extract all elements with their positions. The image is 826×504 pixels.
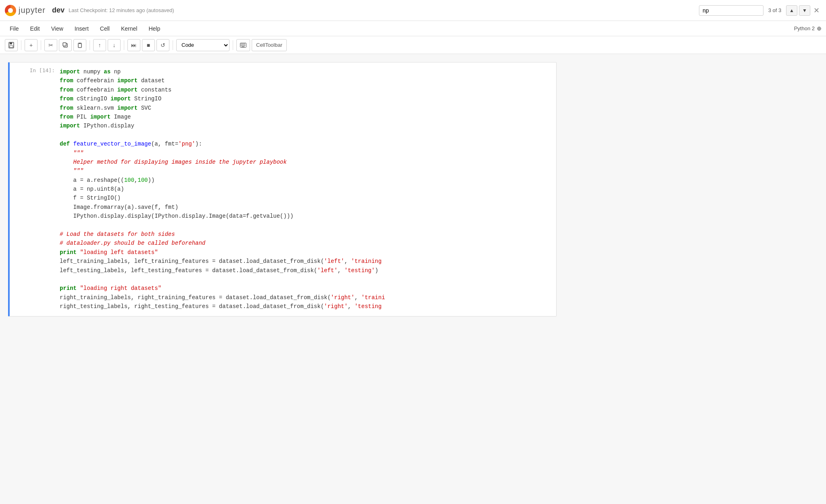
topbar: jupyter dev Last Checkpoint: 12 minutes … (0, 0, 826, 21)
svg-rect-10 (243, 44, 244, 44)
svg-rect-8 (241, 44, 242, 44)
jupyter-logo-inner (8, 8, 13, 13)
run-next-button[interactable]: ⏭ (127, 39, 140, 51)
kernel-label: Python 2 (794, 25, 815, 31)
svg-rect-14 (243, 45, 244, 46)
menu-insert[interactable]: Insert (70, 24, 94, 33)
svg-rect-2 (10, 46, 13, 48)
toolbar-sep-4 (124, 40, 124, 50)
copy-button[interactable] (59, 39, 72, 51)
menu-view[interactable]: View (46, 24, 68, 33)
cell-prompt: In [14]: (10, 62, 58, 316)
svg-rect-12 (241, 45, 242, 46)
move-down-button[interactable]: ↓ (108, 39, 121, 51)
jupyter-logo-icon (5, 5, 16, 16)
menu-edit[interactable]: Edit (25, 24, 45, 33)
toolbar-sep-1 (21, 40, 21, 50)
toolbar-sep-3 (90, 40, 90, 50)
menu-kernel[interactable]: Kernel (116, 24, 142, 33)
toolbar-sep-5 (173, 40, 173, 50)
svg-rect-11 (244, 44, 245, 44)
svg-rect-6 (79, 43, 81, 44)
keyboard-shortcuts-button[interactable] (236, 39, 250, 51)
cell-type-select[interactable]: Code Markdown Raw NBConvert (176, 39, 229, 51)
search-count: 3 of 3 (765, 7, 784, 13)
search-area: 3 of 3 ▲ ▼ ✕ (699, 5, 821, 16)
jupyter-wordmark: jupyter (19, 6, 46, 15)
paste-button[interactable] (73, 39, 86, 51)
celltoolbar-button[interactable]: CellToolbar (252, 39, 287, 51)
notebook-name[interactable]: dev (52, 6, 65, 15)
move-up-button[interactable]: ↑ (93, 39, 106, 51)
cell-code[interactable]: import numpy as np from coffeebrain impo… (58, 62, 556, 316)
cut-button[interactable]: ✂ (44, 39, 57, 51)
menu-cell[interactable]: Cell (95, 24, 115, 33)
menu-help[interactable]: Help (144, 24, 165, 33)
search-input[interactable] (699, 5, 763, 16)
search-close-button[interactable]: ✕ (812, 6, 821, 15)
svg-rect-4 (63, 43, 66, 46)
svg-rect-16 (242, 46, 245, 47)
toolbar-sep-2 (41, 40, 41, 50)
menubar: File Edit View Insert Cell Kernel Help P… (0, 21, 826, 36)
toolbar: + ✂ ↑ ↓ ⏭ ■ ↺ Code Markdown Raw NBConver… (0, 36, 826, 54)
code-cell: In [14]: import numpy as np from coffeeb… (8, 62, 557, 317)
search-next-button[interactable]: ▼ (799, 5, 810, 16)
menu-file[interactable]: File (5, 24, 24, 33)
toolbar-sep-6 (233, 40, 233, 50)
svg-rect-1 (10, 42, 12, 44)
add-cell-button[interactable]: + (25, 39, 38, 51)
kernel-idle-indicator (817, 27, 821, 31)
svg-rect-13 (242, 45, 243, 46)
jupyter-logo: jupyter (5, 5, 46, 16)
notebook-container: In [14]: import numpy as np from coffeeb… (0, 54, 565, 326)
restart-button[interactable]: ↺ (156, 39, 169, 51)
checkpoint-info: Last Checkpoint: 12 minutes ago (autosav… (69, 7, 174, 13)
save-button[interactable] (5, 39, 18, 51)
search-prev-button[interactable]: ▲ (786, 5, 797, 16)
stop-button[interactable]: ■ (142, 39, 155, 51)
svg-rect-15 (244, 45, 245, 46)
svg-rect-9 (242, 44, 243, 44)
kernel-status: Python 2 (786, 25, 821, 31)
